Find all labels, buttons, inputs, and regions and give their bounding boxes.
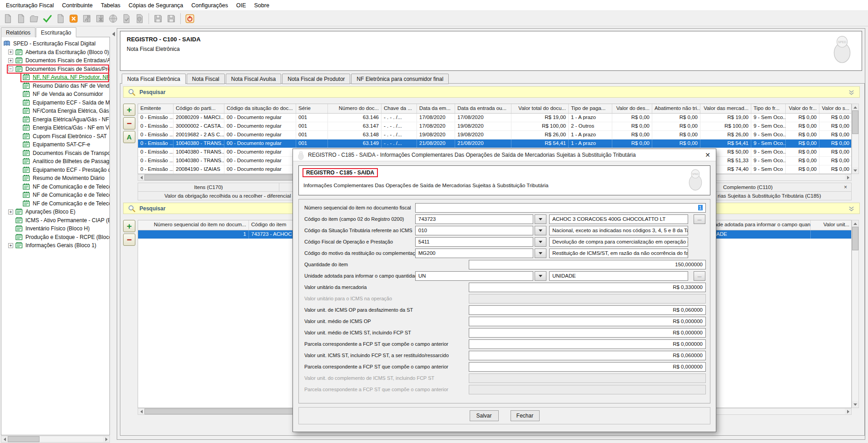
column-header[interactable]: Valor do des... bbox=[612, 104, 652, 113]
value-input[interactable]: R$ 0,000000 bbox=[469, 362, 706, 372]
browse-button[interactable]: ... bbox=[694, 271, 705, 281]
column-header[interactable]: Abatimento não tri... bbox=[652, 104, 700, 113]
items-table-vscrollbar[interactable] bbox=[852, 220, 859, 408]
column-header[interactable]: Unidade adotada para informar o campo qu… bbox=[701, 220, 811, 230]
collapse-sidebar-icon[interactable] bbox=[112, 32, 115, 36]
collapse-icon[interactable]: − bbox=[8, 66, 13, 71]
documents-table-vscrollbar[interactable] bbox=[852, 104, 859, 174]
column-header[interactable]: Série bbox=[296, 104, 328, 113]
column-header[interactable]: Data da em... bbox=[417, 104, 455, 113]
scrollbar-thumb[interactable] bbox=[852, 110, 858, 134]
menu-item-tabelas[interactable]: Tabelas bbox=[97, 0, 124, 10]
browse-button[interactable]: ... bbox=[694, 214, 705, 224]
scrollbar-thumb[interactable] bbox=[8, 436, 40, 442]
value-input[interactable]: R$ 0,330000 bbox=[469, 283, 706, 292]
value-input[interactable]: R$ 0,060000 bbox=[469, 305, 706, 315]
scroll-right-icon[interactable] bbox=[103, 436, 109, 442]
tree-item[interactable]: SPED - Escrituração Fiscal Digital bbox=[1, 40, 109, 48]
scroll-up-icon[interactable] bbox=[852, 220, 858, 227]
dialog-titlebar[interactable]: SPED REGISTRO - C185 - SAIDA - Informaçõ… bbox=[293, 149, 716, 161]
value-input[interactable]: 150,000000 bbox=[469, 260, 706, 269]
column-header[interactable]: Número do doc... bbox=[328, 104, 382, 113]
column-header[interactable]: Valor do fr... bbox=[786, 104, 819, 113]
exit-icon[interactable] bbox=[184, 12, 196, 25]
tree-horizontal-scrollbar[interactable] bbox=[1, 436, 110, 443]
search-bar[interactable]: Pesquisar bbox=[123, 86, 860, 98]
tab-nota-fiscal-de-produtor[interactable]: Nota Fiscal de Produtor bbox=[282, 74, 350, 84]
dropdown-button[interactable] bbox=[535, 226, 546, 235]
description-input[interactable]: ACHOC 3 CORACOES 400G CHOCOLATTO LT bbox=[549, 214, 688, 224]
expand-icon[interactable]: + bbox=[8, 243, 13, 248]
value-input[interactable]: R$ 0,000000 bbox=[469, 339, 706, 349]
scroll-left-icon[interactable] bbox=[138, 174, 144, 180]
column-header[interactable]: Valor das mercad... bbox=[700, 104, 751, 113]
tree-item[interactable]: NF, NF Avulsa, NF Produtor, NF-e, N bbox=[1, 73, 109, 82]
value-input[interactable]: R$ 0,000000 bbox=[469, 328, 706, 338]
description-input[interactable]: Nacional, exceto as indicadas nos código… bbox=[549, 226, 688, 235]
tree-item[interactable]: Inventário Físico (Bloco H) bbox=[1, 224, 109, 233]
scrollbar-thumb[interactable] bbox=[852, 227, 858, 250]
menu-item-co-pias-de-seguranc-a[interactable]: Cópias de Segurança bbox=[124, 0, 187, 10]
column-header[interactable]: Número sequencial do item no docum... bbox=[138, 220, 249, 230]
tree-item[interactable]: Energia Elétrica/Água/Gás - NF con bbox=[1, 115, 109, 124]
tree-item[interactable]: NF/Conta Energia Elétrica, Gás e Ág bbox=[1, 107, 109, 115]
tree-item[interactable]: NF de Comunicação e de Telecomu bbox=[1, 199, 109, 208]
tree-item[interactable]: +Documentos Fiscais de Entradas/Aquisi bbox=[1, 56, 109, 65]
close-icon[interactable]: ✕ bbox=[705, 151, 710, 159]
close-section-icon[interactable]: × bbox=[844, 184, 847, 190]
column-header[interactable]: Tipo de paga... bbox=[569, 104, 612, 113]
menu-item-contribuinte[interactable]: Contribuinte bbox=[58, 0, 97, 10]
column-header[interactable]: Código do parti... bbox=[174, 104, 224, 113]
column-header[interactable]: Emitente bbox=[138, 104, 174, 113]
chevron-double-down-icon[interactable] bbox=[848, 205, 855, 212]
scroll-up-icon[interactable] bbox=[852, 104, 858, 110]
tree-item[interactable]: Resumo Diário das NF de Venda a C bbox=[1, 82, 109, 90]
tree-item[interactable]: NF de Comunicação e de Telecomu bbox=[1, 191, 109, 199]
tab-nf-eletro-nica-para-consumidor-final[interactable]: NF Eletrônica para consumidor final bbox=[351, 74, 449, 84]
tab-relatorios[interactable]: Relatórios bbox=[1, 27, 35, 37]
tree-item[interactable]: Equipamento ECF - Prestação de Se bbox=[1, 166, 109, 174]
code-input[interactable]: 5411 bbox=[415, 237, 533, 247]
description-input[interactable]: Devolução de compra para comercialização… bbox=[549, 237, 688, 247]
remove-item-button[interactable]: − bbox=[123, 234, 135, 246]
menu-item-configurac-o-es[interactable]: Configurações bbox=[187, 0, 232, 10]
tree-item[interactable]: Equipamento SAT-CF-e bbox=[1, 140, 109, 149]
scroll-left-icon[interactable] bbox=[1, 436, 8, 442]
add-item-button[interactable]: + bbox=[123, 220, 135, 232]
document-row[interactable]: 0 - Emissão ...30000002 - CASTA...00 - D… bbox=[138, 122, 851, 131]
tree-item[interactable]: Energia Elétrica/Gás - NF em Via Ún bbox=[1, 124, 109, 132]
chevron-double-down-icon[interactable] bbox=[848, 89, 855, 96]
menu-item-escriturac-a-o-fiscal[interactable]: Escrituração Fiscal bbox=[2, 0, 58, 10]
tree-item[interactable]: NF de Venda ao Consumidor bbox=[1, 90, 109, 99]
tab-nota-fiscal-eletro-nica[interactable]: Nota Fiscal Eletrônica bbox=[122, 74, 186, 84]
column-header[interactable]: Valor do s... bbox=[819, 104, 852, 113]
scroll-left-icon[interactable] bbox=[138, 408, 144, 414]
scroll-down-icon[interactable] bbox=[852, 167, 858, 174]
column-header[interactable]: Código da situação do doc... bbox=[224, 104, 296, 113]
document-row[interactable]: 0 - Emissão ...20080209 - MARCI...00 - D… bbox=[138, 114, 851, 122]
dropdown-button[interactable] bbox=[535, 249, 546, 258]
expand-icon[interactable]: + bbox=[8, 58, 13, 63]
value-input[interactable]: R$ 0,060000 bbox=[469, 351, 706, 360]
code-input[interactable]: MG200 bbox=[415, 249, 533, 258]
expand-icon[interactable]: + bbox=[8, 209, 13, 214]
menu-item-oie[interactable]: OIE bbox=[232, 0, 250, 10]
scroll-right-icon[interactable] bbox=[845, 174, 851, 180]
tree-item[interactable]: −Documentos Fiscais de Saídas/Prestaçõ bbox=[1, 65, 109, 74]
close-button[interactable]: Fechar bbox=[511, 410, 540, 421]
dropdown-button[interactable] bbox=[535, 214, 546, 224]
expand-icon[interactable]: + bbox=[8, 50, 13, 55]
tab-nota-fiscal-avulsa[interactable]: Nota Fiscal Avulsa bbox=[226, 74, 282, 84]
column-header[interactable]: Data da entrada ou... bbox=[455, 104, 511, 113]
tree-item[interactable]: Documentos Fiscais de Transportes bbox=[1, 149, 109, 158]
column-header[interactable]: Valor total do docu... bbox=[511, 104, 569, 113]
column-header[interactable]: Chave da ... bbox=[382, 104, 417, 113]
tree-item[interactable]: +Abertura da Escrituração (Bloco 0) bbox=[1, 48, 109, 57]
tree-item[interactable]: Analítico de Bilhetes de Passagem bbox=[1, 157, 109, 166]
tree-item[interactable]: Resumo de Movimento Diário bbox=[1, 174, 109, 183]
dropdown-button[interactable] bbox=[535, 237, 546, 247]
code-input[interactable]: 010 bbox=[415, 226, 533, 235]
auto-button[interactable]: A bbox=[123, 131, 135, 143]
description-input[interactable]: UNIDADE bbox=[549, 271, 688, 281]
delete-record-icon[interactable] bbox=[67, 12, 80, 25]
